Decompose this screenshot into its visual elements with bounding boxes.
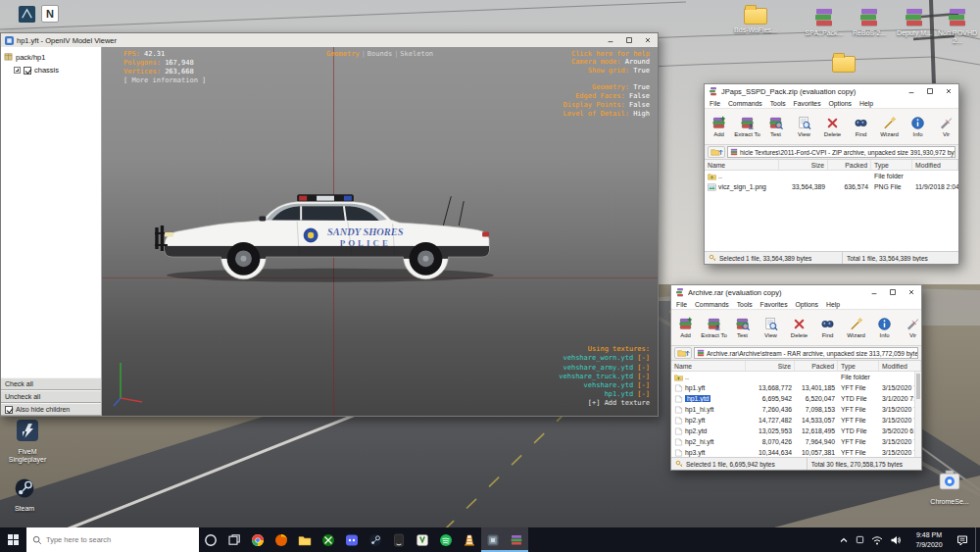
toolbar-test-button[interactable]: Test [761, 109, 790, 144]
file-row[interactable]: hp2_hi.yft8,070,4267,964,940YFT File3/15… [671, 436, 921, 447]
epic-taskbar-icon[interactable] [387, 527, 411, 552]
menu-tools[interactable]: Tools [737, 301, 753, 308]
scrollbar[interactable] [914, 372, 921, 457]
desktop-icon-folder1[interactable]: Bds-WoFles... [733, 8, 778, 34]
tray-chevron-up-icon[interactable] [839, 535, 849, 545]
steam-taskbar-icon[interactable] [364, 527, 387, 552]
uncheck-all-button[interactable]: Uncheck all [1, 390, 101, 403]
add-texture-link[interactable]: [+] Add texture [559, 399, 650, 408]
texture-link[interactable]: vehshare.ytd [-] [559, 381, 650, 390]
openiv-taskbar-icon[interactable] [481, 527, 505, 552]
more-information-link[interactable]: [ More information ] [123, 76, 206, 85]
maximize-button[interactable] [922, 86, 938, 97]
expander-icon[interactable] [14, 67, 21, 74]
scrollbar-thumb[interactable] [916, 374, 920, 399]
minimize-button[interactable] [904, 86, 919, 97]
action-center-icon[interactable] [956, 534, 968, 546]
file-row[interactable]: hp2.ytd13,025,95312,618,495YTD File3/5/2… [671, 426, 921, 436]
toolbar-view-button[interactable]: View [757, 310, 785, 345]
menu-options[interactable]: Options [796, 301, 818, 308]
menu-favorites[interactable]: Favorites [760, 301, 788, 308]
tab-bounds[interactable]: Bounds [368, 50, 392, 58]
discord-taskbar-icon[interactable] [340, 527, 364, 552]
desktop-icon-steam[interactable]: Steam [2, 477, 47, 513]
column-packed[interactable]: Packed [828, 160, 871, 170]
menu-help[interactable]: Help [859, 100, 873, 107]
column-size[interactable]: Size [746, 361, 795, 371]
winrar2-titlebar[interactable]: Archive.rar (evaluation copy) [671, 285, 921, 299]
xbox-taskbar-icon[interactable] [317, 527, 340, 552]
toolbar-info-button[interactable]: Info [870, 310, 899, 345]
menu-commands[interactable]: Commands [728, 100, 762, 107]
desktop-icon-archive4[interactable]: Non ROVHD 2... [935, 8, 980, 46]
file-row[interactable]: hp1_hi.yft7,260,4367,098,153YFT File3/15… [671, 404, 921, 415]
menu-commands[interactable]: Commands [695, 301, 729, 308]
remove-texture-icon[interactable]: [-] [633, 381, 650, 389]
maximize-button[interactable] [621, 35, 637, 46]
model-viewport[interactable]: SANDY SHORES POLICE FPS: 42.31 Polygons:… [102, 47, 658, 416]
tab-geometry[interactable]: Geometry [326, 50, 360, 58]
desktop-icon-chromese[interactable]: ChromeSe... [923, 469, 976, 506]
texture-link[interactable]: vehshare_truck.ytd [-] [559, 373, 650, 381]
column-type[interactable]: Type [871, 160, 912, 170]
police-car-model[interactable]: SANDY SHORES POLICE [153, 175, 504, 290]
tree-item-chassis[interactable]: chassis [4, 64, 98, 76]
menu-options[interactable]: Options [829, 100, 852, 107]
toolbar-find-button[interactable]: Find [847, 109, 875, 144]
remove-texture-icon[interactable]: [-] [633, 354, 650, 362]
desktop-icon-folder2[interactable] [821, 56, 866, 73]
winrar-taskbar-icon[interactable] [505, 527, 528, 552]
show-desktop-button[interactable] [975, 527, 980, 552]
toolbar-delete-button[interactable]: Delete [785, 310, 813, 345]
column-packed[interactable]: Packed [795, 361, 838, 371]
minimize-button[interactable] [866, 287, 882, 298]
taskbar-clock[interactable]: 9:48 PM 7/9/2020 [908, 530, 950, 549]
column-name[interactable]: Name [705, 160, 779, 170]
toolbar-test-button[interactable]: Test [728, 310, 757, 345]
desktop-icon-archive1[interactable]: SPA..Pack... [802, 8, 847, 37]
close-button[interactable] [941, 86, 956, 97]
file-row[interactable]: vicz_sign_1.png33,564,389636,574PNG File… [705, 181, 958, 192]
file-row[interactable]: ..File folder [705, 171, 958, 181]
menu-favorites[interactable]: Favorites [794, 100, 821, 107]
chrome-taskbar-icon[interactable] [246, 527, 270, 552]
volume-icon[interactable] [890, 535, 902, 545]
file-row[interactable]: hp2.yft14,727,48214,533,057YFT File3/15/… [671, 415, 921, 426]
check-all-button[interactable]: Check all [1, 377, 101, 390]
toolbar-info-button[interactable]: Info [904, 109, 932, 144]
remove-texture-icon[interactable]: [-] [633, 390, 650, 398]
taskbar-search[interactable] [26, 527, 199, 552]
also-hide-children-checkbox[interactable] [5, 406, 13, 414]
texture-link[interactable]: vehshare_worn.ytd [-] [559, 354, 650, 363]
column-type[interactable]: Type [838, 361, 879, 371]
desktop-icon-archive2[interactable]: ReBoS 2... [847, 8, 892, 37]
spotify-taskbar-icon[interactable] [434, 527, 458, 552]
taskview-taskbar-icon[interactable] [222, 527, 246, 552]
menu-help[interactable]: Help [826, 301, 840, 308]
openiv-titlebar[interactable]: hp1.yft - OpenIV Model Viewer [1, 33, 658, 47]
remove-texture-icon[interactable]: [-] [633, 373, 650, 380]
desktop-icon-fivem[interactable]: FiveMSingleplayer [0, 419, 55, 465]
menu-file[interactable]: File [710, 100, 720, 107]
column-modified[interactable]: Modified [879, 361, 921, 371]
minimize-button[interactable] [603, 35, 618, 46]
cortana-taskbar-icon[interactable] [199, 527, 222, 552]
desktop-icon-archive3[interactable]: Deputy M... [892, 8, 937, 37]
desktop-icon-app2[interactable]: N [27, 5, 73, 23]
firefox-taskbar-icon[interactable] [270, 527, 293, 552]
wifi-icon[interactable] [871, 535, 883, 545]
toolbar-find-button[interactable]: Find [813, 310, 842, 345]
winrar1-titlebar[interactable]: JPaps_SSPD_Pack.zip (evaluation copy) [705, 84, 958, 98]
toolbar-extract-button[interactable]: Extract To [733, 109, 761, 144]
remove-texture-icon[interactable]: [-] [633, 364, 650, 372]
column-size[interactable]: Size [779, 160, 828, 170]
tab-skeleton[interactable]: Skeleton [400, 50, 433, 58]
search-input[interactable] [46, 535, 183, 544]
toolbar-wizard-button[interactable]: Wizard [842, 310, 870, 345]
toolbar-delete-button[interactable]: Delete [818, 109, 847, 144]
column-name[interactable]: Name [671, 361, 746, 371]
also-hide-children-row[interactable]: Also hide children [1, 403, 101, 416]
toolbar-view-button[interactable]: View [790, 109, 818, 144]
texture-link[interactable]: vehshare_army.ytd [-] [559, 364, 650, 373]
start-button[interactable] [0, 527, 26, 552]
